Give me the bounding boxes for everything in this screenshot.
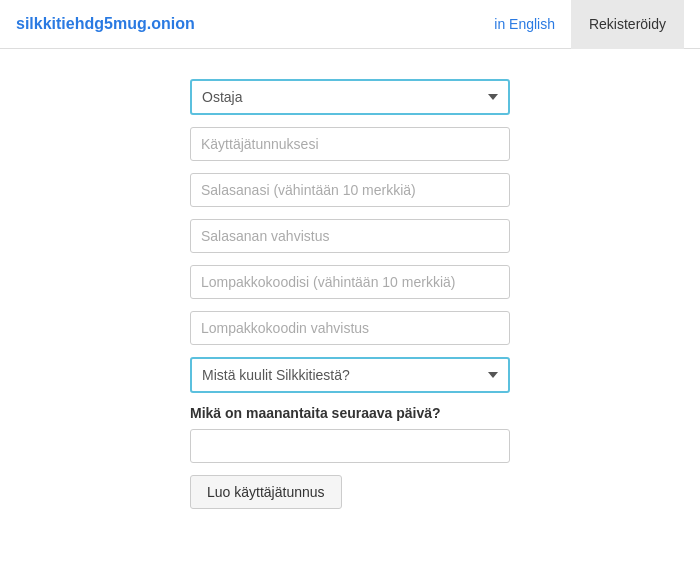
wallet-input[interactable]	[190, 265, 510, 299]
register-button[interactable]: Rekisteröidy	[571, 0, 684, 49]
main-content: OstajaMyyjä Mistä kuulit Silkkitiestä?Ha…	[0, 49, 700, 539]
header: silkkitiehdg5mug.onion in English Rekist…	[0, 0, 700, 49]
password-confirm-input[interactable]	[190, 219, 510, 253]
header-right: in English Rekisteröidy	[478, 0, 684, 49]
captcha-group: Mikä on maanantaita seuraava päivä?	[190, 405, 510, 463]
registration-form: OstajaMyyjä Mistä kuulit Silkkitiestä?Ha…	[190, 79, 510, 509]
role-select[interactable]: OstajaMyyjä	[190, 79, 510, 115]
submit-button[interactable]: Luo käyttäjätunnus	[190, 475, 342, 509]
logo[interactable]: silkkitiehdg5mug.onion	[16, 15, 195, 33]
wallet-confirm-input[interactable]	[190, 311, 510, 345]
captcha-input[interactable]	[190, 429, 510, 463]
referral-select[interactable]: Mistä kuulit Silkkitiestä?HakukoneKaveri…	[190, 357, 510, 393]
password-input[interactable]	[190, 173, 510, 207]
username-input[interactable]	[190, 127, 510, 161]
language-link[interactable]: in English	[478, 16, 571, 32]
captcha-question: Mikä on maanantaita seuraava päivä?	[190, 405, 510, 421]
